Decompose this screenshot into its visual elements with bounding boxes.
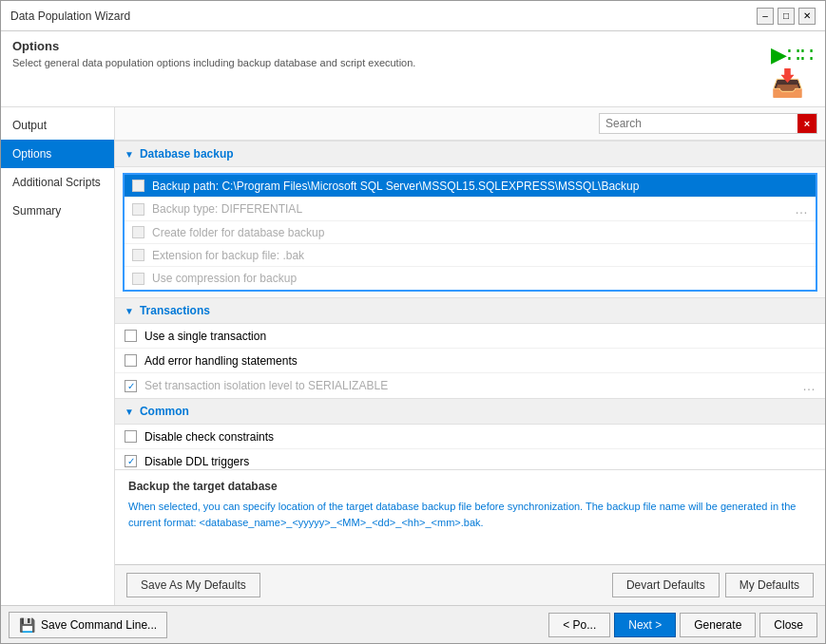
section-database-backup-arrow: ▼ (125, 149, 134, 160)
option-disable-check[interactable]: Disable check constraints (115, 425, 825, 449)
generate-label: Generate (694, 618, 741, 632)
close-button-bottom[interactable]: Close (759, 613, 817, 637)
checkbox-single-transaction[interactable] (125, 330, 137, 342)
database-backup-group: Backup path: C:\Program Files\Microsoft … (123, 173, 817, 292)
next-label: Next > (628, 618, 662, 632)
checkbox-error-handling[interactable] (125, 354, 137, 367)
search-clear-button[interactable]: × (797, 114, 816, 133)
page-title: Options (12, 39, 415, 53)
desc-format: <database_name>_<yyyyy>_<MM>_<dd>_<hh>_<… (200, 517, 481, 528)
save-defaults-label: Save As My Defaults (141, 578, 246, 592)
section-common-title: Common (140, 405, 189, 418)
checkbox-extension[interactable] (132, 249, 144, 261)
section-common-header[interactable]: ▼ Common (115, 398, 825, 425)
devart-defaults-label: Devart Defaults (626, 578, 705, 592)
options-panel: ▼ Database backup Backup path: C:\Progra… (115, 141, 825, 469)
main-area: Output Options Additional Scripts Summar… (1, 107, 825, 605)
search-input-wrap: × (599, 113, 817, 134)
my-defaults-button[interactable]: My Defaults (725, 573, 814, 597)
content-area: × ▼ Database backup Backup (115, 107, 825, 605)
section-transactions-header[interactable]: ▼ Transactions (115, 297, 825, 324)
header-description: Select general data population options i… (12, 57, 415, 68)
option-single-transaction[interactable]: Use a single transaction (115, 324, 825, 349)
description-panel: Backup the target database When selected… (115, 469, 825, 564)
checkbox-isolation-level[interactable] (125, 380, 137, 392)
option-error-handling[interactable]: Add error handling statements (115, 349, 825, 373)
back-label: < Po... (563, 618, 596, 632)
desc-text-after: . (481, 517, 484, 528)
section-database-backup-header[interactable]: ▼ Database backup (115, 141, 825, 167)
sidebar-item-output[interactable]: Output (1, 111, 114, 140)
window-title: Data Population Wizard (10, 9, 130, 23)
description-title: Backup the target database (128, 480, 812, 493)
bottom-bar: 💾 Save Command Line... < Po... Next > Ge… (1, 605, 825, 643)
option-disable-ddl[interactable]: Disable DDL triggers (115, 449, 825, 469)
transactions-list: Use a single transaction Add error handl… (115, 324, 825, 398)
option-extension[interactable]: Extension for backup file: .bak (125, 244, 816, 267)
checkbox-create-folder[interactable] (132, 226, 144, 238)
maximize-button[interactable]: □ (778, 8, 795, 25)
minimize-button[interactable]: – (757, 8, 774, 25)
checkbox-disable-ddl[interactable] (125, 455, 137, 467)
section-database-backup-title: Database backup (140, 147, 234, 161)
next-button[interactable]: Next > (614, 613, 676, 637)
header: Options Select general data population o… (1, 31, 825, 107)
save-command-line-button[interactable]: 💾 Save Command Line... (9, 612, 167, 638)
common-list: Disable check constraints Disable DDL tr… (115, 425, 825, 469)
section-database-backup: ▼ Database backup Backup path: C:\Progra… (115, 141, 825, 292)
option-create-folder[interactable]: Create folder for database backup (125, 221, 816, 244)
section-transactions-title: Transactions (140, 304, 210, 317)
back-button[interactable]: < Po... (548, 613, 610, 637)
checkbox-use-compression[interactable] (132, 273, 144, 285)
section-transactions: ▼ Transactions Use a single transaction … (115, 297, 825, 398)
footer-actions: Save As My Defaults Devart Defaults My D… (115, 564, 825, 605)
checkbox-backup-type[interactable] (132, 203, 144, 216)
checkbox-backup-path[interactable] (132, 180, 144, 192)
search-input[interactable] (600, 114, 797, 133)
dots-isolation-level: … (802, 378, 816, 393)
option-use-compression[interactable]: Use compression for backup (125, 267, 816, 290)
sidebar-item-options[interactable]: Options (1, 140, 114, 168)
my-defaults-label: My Defaults (740, 578, 799, 592)
sidebar-item-additional-scripts[interactable]: Additional Scripts (1, 168, 114, 197)
close-label: Close (774, 618, 803, 632)
option-isolation-level[interactable]: Set transaction isolation level to SERIA… (115, 373, 825, 398)
section-transactions-arrow: ▼ (125, 306, 134, 316)
main-window: Data Population Wizard – □ ✕ Options Sel… (0, 0, 826, 644)
save-defaults-button[interactable]: Save As My Defaults (126, 573, 260, 597)
option-backup-type[interactable]: Backup type: DIFFERENTIAL … (125, 198, 816, 221)
wizard-icon: ▶∷∷📥 (771, 43, 814, 99)
generate-button[interactable]: Generate (680, 613, 756, 637)
checkbox-disable-check[interactable] (125, 430, 137, 443)
section-common-arrow: ▼ (125, 407, 134, 417)
section-common: ▼ Common Disable check constraints Disab… (115, 398, 825, 469)
sidebar: Output Options Additional Scripts Summar… (1, 107, 115, 605)
sidebar-item-summary[interactable]: Summary (1, 197, 114, 225)
description-text: When selected, you can specify location … (128, 499, 812, 530)
save-cmd-label: Save Command Line... (41, 618, 157, 632)
nav-buttons: < Po... Next > Generate Close (548, 613, 817, 637)
close-button[interactable]: ✕ (798, 8, 816, 25)
title-bar: Data Population Wizard – □ ✕ (1, 1, 825, 31)
devart-defaults-button[interactable]: Devart Defaults (612, 573, 720, 597)
search-bar: × (115, 107, 825, 141)
floppy-icon: 💾 (19, 617, 35, 633)
option-backup-path[interactable]: Backup path: C:\Program Files\Microsoft … (125, 175, 816, 198)
window-controls: – □ ✕ (757, 8, 816, 25)
dots-backup-type: … (795, 201, 808, 217)
